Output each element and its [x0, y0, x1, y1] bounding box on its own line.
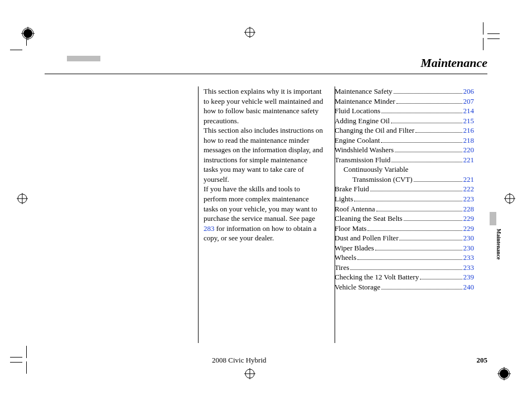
toc-leader-dots — [404, 220, 462, 221]
toc-label: Brake Fluid — [335, 184, 369, 194]
toc-label: Engine Coolant — [335, 136, 380, 146]
toc-entry[interactable]: Lights223 — [335, 194, 474, 204]
toc-entry[interactable]: Engine Coolant218 — [335, 136, 474, 146]
registration-mark-icon — [17, 193, 28, 204]
toc-entry[interactable]: Fluid Locations214 — [335, 106, 474, 116]
page-reference-link[interactable]: 283 — [204, 224, 215, 233]
toc-page-link[interactable]: 222 — [463, 184, 475, 194]
intro-text: If you have the skills and tools to perf… — [204, 185, 317, 223]
toc-entry[interactable]: Wiper Blades230 — [335, 243, 474, 253]
toc-page-link[interactable]: 218 — [463, 136, 475, 146]
toc-label: Maintenance Safety — [335, 86, 393, 96]
toc-leader-dots — [376, 211, 462, 211]
toc-leader-dots — [391, 123, 462, 123]
toc-label: Dust and Pollen Filter — [335, 233, 398, 243]
toc-page-link[interactable]: 223 — [463, 194, 475, 204]
toc-label: Transmission (CVT) — [352, 175, 413, 185]
toc-leader-dots — [367, 230, 462, 231]
toc-page-link[interactable]: 221 — [463, 175, 475, 185]
toc-page-link[interactable]: 233 — [463, 253, 475, 263]
toc-leader-dots — [414, 181, 462, 182]
toc-entry[interactable]: Changing the Oil and Filter216 — [335, 125, 474, 136]
toc-leader-dots — [395, 152, 462, 152]
toc-entry[interactable]: Windshield Washers220 — [335, 145, 474, 155]
toc-leader-dots — [415, 132, 462, 133]
toc-entry[interactable]: Dust and Pollen Filter230 — [335, 233, 474, 243]
page-content: Maintenance This section explains why it… — [45, 56, 487, 363]
intro-paragraph: If you have the skills and tools to perf… — [204, 184, 323, 243]
table-of-contents: Maintenance Safety206Maintenance Minder2… — [335, 86, 474, 292]
toc-leader-dots — [350, 269, 462, 270]
toc-page-link[interactable]: 239 — [463, 272, 475, 282]
toc-entry[interactable]: Cleaning the Seat Belts229 — [335, 214, 474, 224]
toc-leader-dots — [381, 142, 462, 143]
vehicle-model-label: 2008 Civic Hybrid — [212, 356, 267, 365]
page-footer: 2008 Civic Hybrid 205 — [45, 356, 487, 365]
intro-column: This section explains why it is importan… — [204, 86, 323, 292]
toc-page-link[interactable]: 206 — [463, 86, 475, 96]
side-tab-decoration — [490, 212, 496, 225]
toc-page-link[interactable]: 207 — [463, 96, 475, 107]
toc-leader-dots — [354, 201, 462, 201]
toc-page-link[interactable]: 216 — [463, 125, 475, 136]
toc-leader-dots — [391, 162, 462, 162]
toc-label: Adding Engine Oil — [335, 116, 390, 126]
intro-paragraph: This section also includes instructions … — [204, 125, 323, 184]
intro-paragraph: This section explains why it is importan… — [204, 86, 323, 125]
toc-entry[interactable]: Adding Engine Oil215 — [335, 116, 474, 126]
registration-mark-icon — [244, 27, 255, 38]
toc-page-link[interactable]: 229 — [463, 224, 475, 234]
toc-label: Roof Antenna — [335, 204, 375, 214]
toc-entry[interactable]: Vehicle Storage240 — [335, 282, 474, 292]
page-title: Maintenance — [45, 56, 487, 74]
toc-page-link[interactable]: 214 — [463, 106, 475, 116]
toc-entry[interactable]: Checking the 12 Volt Battery239 — [335, 272, 474, 282]
toc-page-link[interactable]: 220 — [463, 145, 475, 155]
toc-leader-dots — [375, 250, 462, 250]
toc-entry[interactable]: Wheels233 — [335, 253, 474, 263]
toc-leader-dots — [420, 279, 462, 279]
toc-page-link[interactable]: 229 — [463, 214, 475, 224]
toc-leader-dots — [370, 191, 462, 191]
toc-page-link[interactable]: 221 — [463, 155, 475, 165]
toc-label: Changing the Oil and Filter — [335, 125, 414, 136]
toc-label: Windshield Washers — [335, 145, 394, 155]
toc-leader-dots — [399, 240, 462, 240]
toc-label: Wiper Blades — [335, 243, 374, 253]
registration-mark-icon — [497, 367, 511, 380]
toc-leader-dots — [357, 259, 462, 260]
toc-entry[interactable]: Floor Mats229 — [335, 224, 474, 234]
toc-page-link[interactable]: 233 — [463, 263, 475, 273]
registration-mark-icon — [504, 193, 515, 204]
toc-label: Checking the 12 Volt Battery — [335, 272, 419, 282]
toc-leader-dots — [381, 289, 462, 289]
toc-page-link[interactable]: 240 — [463, 282, 475, 292]
toc-entry[interactable]: Transmission (CVT)221 — [335, 175, 474, 185]
toc-label: Tires — [335, 263, 349, 273]
registration-mark-icon — [244, 368, 255, 379]
toc-label: Vehicle Storage — [335, 282, 380, 292]
toc-label: Wheels — [335, 253, 356, 263]
page-number: 205 — [477, 356, 488, 365]
toc-label: Lights — [335, 194, 353, 204]
toc-entry[interactable]: Roof Antenna228 — [335, 204, 474, 214]
toc-leader-dots — [381, 113, 462, 113]
toc-leader-dots — [396, 103, 462, 104]
toc-label: Floor Mats — [335, 224, 366, 234]
toc-label: Cleaning the Seat Belts — [335, 214, 403, 224]
toc-entry[interactable]: Maintenance Safety206 — [335, 86, 474, 96]
toc-page-link[interactable]: 230 — [463, 243, 475, 253]
toc-entry[interactable]: Transmission Fluid221 — [335, 155, 474, 165]
toc-page-link[interactable]: 215 — [463, 116, 475, 126]
toc-label: Continuously Variable — [344, 165, 408, 175]
toc-entry[interactable]: Brake Fluid222 — [335, 184, 474, 194]
toc-label: Fluid Locations — [335, 106, 380, 116]
toc-page-link[interactable]: 230 — [463, 233, 475, 243]
toc-page-link[interactable]: 228 — [463, 204, 475, 214]
toc-label: Maintenance Minder — [335, 96, 395, 107]
column-separator — [198, 86, 199, 343]
toc-entry[interactable]: Maintenance Minder207 — [335, 96, 474, 107]
toc-leader-dots — [394, 93, 462, 94]
crop-mark-icon — [10, 346, 27, 363]
toc-entry[interactable]: Tires233 — [335, 263, 474, 273]
